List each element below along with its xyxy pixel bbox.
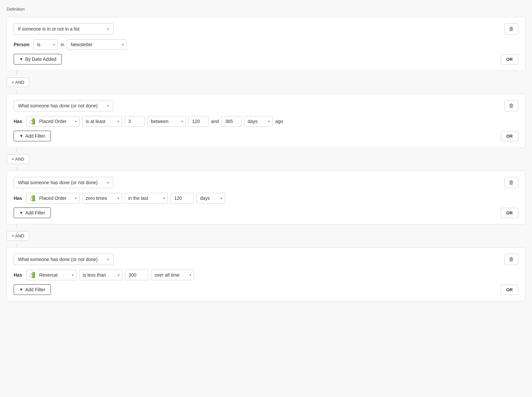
add-filter-button-4[interactable]: ▼ Add Filter [14, 284, 51, 295]
time-unit-select-wrap-2: days weeks months [244, 116, 273, 127]
list-select-wrap: Newsletter [67, 39, 127, 50]
block-4-condition-row: Has Revenue Placed Order is less th [14, 270, 518, 280]
block-4-type-label: What someone has done (or not done) [18, 257, 98, 262]
time-to-input-2[interactable] [221, 116, 241, 127]
and-connector-3: + AND [7, 231, 525, 241]
block-4-header: What someone has done (or not done) ▾ 🗑 [14, 254, 518, 265]
in-label: in [61, 42, 64, 47]
add-filter-button-3[interactable]: ▼ Add Filter [14, 207, 51, 218]
action-select-container-4: Revenue Placed Order [26, 270, 76, 280]
block-1-filter-row: ▼ By Date Added OR [14, 54, 518, 65]
has-label-2: Has [14, 119, 22, 124]
time-type-select-3[interactable]: in the last between over all time [125, 193, 168, 203]
block-2-filter-row: ▼ Add Filter OR [14, 131, 518, 141]
block-3-condition-row: Has Placed Order Revenue zero times [14, 193, 518, 203]
condition-block-2: What someone has done (or not done) ▾ 🗑 … [7, 94, 525, 148]
condition-select-3[interactable]: zero times at least once [82, 193, 122, 203]
filter-icon-3: ▼ [19, 210, 23, 215]
filter-icon-2: ▼ [19, 134, 23, 138]
block-3-type-dropdown[interactable]: What someone has done (or not done) ▾ [14, 177, 113, 188]
block-3-delete-button[interactable]: 🗑 [504, 177, 518, 188]
block-1-header: If someone is in or not in a list ▾ 🗑 [14, 23, 518, 35]
connector-line-2 [17, 148, 17, 152]
chevron-down-icon: ▾ [107, 27, 109, 31]
condition-select-4[interactable]: is less than is at least equals [79, 270, 122, 280]
and-button-2[interactable]: + AND [7, 154, 29, 164]
person-is-select-wrap: is is not [33, 39, 58, 50]
shopify-icon-3 [29, 195, 36, 201]
block-4-filter-row: ▼ Add Filter OR [14, 284, 518, 295]
block-2-type-dropdown[interactable]: What someone has done (or not done) ▾ [14, 100, 113, 111]
block-4-delete-button[interactable]: 🗑 [504, 254, 518, 265]
and-text-2: and [211, 119, 219, 124]
by-date-added-label: By Date Added [25, 57, 56, 62]
action-select-wrap-2: Placed Order Revenue [26, 116, 79, 127]
condition-select-wrap-4: is less than is at least equals [79, 270, 122, 280]
block-2-or-button[interactable]: OR [501, 131, 519, 141]
time-type-select-4[interactable]: over all time in the last between [151, 270, 194, 280]
time-unit-select-wrap-3: days weeks months [197, 193, 225, 203]
connector-line-1b [17, 90, 17, 94]
block-3-filter-row: ▼ Add Filter OR [14, 207, 518, 218]
has-label-4: Has [14, 272, 22, 278]
block-1-or-button[interactable]: OR [501, 54, 519, 65]
chevron-down-icon-3: ▾ [107, 181, 109, 185]
shopify-icon-4 [29, 272, 36, 278]
action-select-4[interactable]: Revenue Placed Order [38, 270, 75, 280]
connector-line-2b [17, 167, 17, 171]
action-select-2[interactable]: Placed Order Revenue [38, 116, 78, 126]
time-unit-select-2[interactable]: days weeks months [244, 116, 273, 127]
by-date-added-button[interactable]: ▼ By Date Added [14, 54, 62, 65]
time-type-select-wrap-2: between in the last over all time [147, 116, 186, 127]
block-4-type-dropdown[interactable]: What someone has done (or not done) ▾ [14, 254, 113, 265]
connector-line-3 [17, 224, 17, 228]
time-unit-select-3[interactable]: days weeks months [197, 193, 225, 203]
shopify-icon-2 [29, 118, 36, 125]
block-1-delete-button[interactable]: 🗑 [504, 23, 518, 35]
time-from-input-2[interactable] [189, 116, 208, 127]
has-label-3: Has [14, 196, 22, 201]
and-connector-2: + AND [7, 154, 525, 164]
block-2-header: What someone has done (or not done) ▾ 🗑 [14, 100, 518, 111]
block-1-condition-row: Person is is not in Newsletter [14, 39, 518, 50]
block-2-type-label: What someone has done (or not done) [18, 103, 98, 108]
action-select-container-2: Placed Order Revenue [26, 116, 79, 127]
connector-line-1 [17, 71, 17, 75]
time-value-input-3[interactable] [171, 193, 194, 203]
add-filter-label-4: Add Filter [25, 287, 45, 292]
definition-section: Definition If someone is in or not in a … [7, 7, 525, 301]
block-1-type-dropdown[interactable]: If someone is in or not in a list ▾ [14, 23, 113, 35]
block-2-delete-button[interactable]: 🗑 [504, 100, 518, 111]
condition-block-1: If someone is in or not in a list ▾ 🗑 Pe… [7, 17, 525, 71]
connector-line-3b [17, 243, 17, 247]
condition-select-2[interactable]: is at least is at most equals [82, 116, 122, 127]
time-type-select-wrap-3: in the last between over all time [125, 193, 168, 203]
ago-text-2: ago [275, 119, 283, 124]
add-filter-button-2[interactable]: ▼ Add Filter [14, 131, 51, 141]
and-connector-1: + AND [7, 77, 525, 87]
add-filter-label-3: Add Filter [25, 210, 45, 215]
block-2-condition-row: Has Placed Order Revenue is [14, 116, 518, 127]
condition-block-3: What someone has done (or not done) ▾ 🗑 … [7, 171, 525, 224]
action-select-wrap-3: Placed Order Revenue [26, 193, 79, 203]
block-4-or-button[interactable]: OR [501, 285, 519, 295]
block-3-header: What someone has done (or not done) ▾ 🗑 [14, 177, 518, 188]
block-3-or-button[interactable]: OR [501, 208, 519, 218]
add-filter-label-2: Add Filter [25, 133, 45, 139]
page-title: Definition [7, 7, 525, 12]
list-select[interactable]: Newsletter [67, 39, 127, 50]
filter-icon: ▼ [19, 57, 23, 62]
chevron-down-icon-4: ▾ [107, 257, 109, 262]
person-is-select[interactable]: is is not [33, 39, 58, 50]
condition-select-wrap-3: zero times at least once [82, 193, 122, 203]
time-type-select-wrap-4: over all time in the last between [151, 270, 194, 280]
filter-icon-4: ▼ [19, 287, 23, 292]
block-3-type-label: What someone has done (or not done) [18, 180, 98, 185]
and-button-3[interactable]: + AND [7, 231, 29, 241]
action-select-3[interactable]: Placed Order Revenue [38, 193, 78, 203]
and-button-1[interactable]: + AND [7, 77, 29, 87]
count-input-4[interactable] [125, 270, 148, 280]
condition-select-wrap-2: is at least is at most equals [82, 116, 122, 127]
count-input-2[interactable] [125, 116, 145, 127]
time-type-select-2[interactable]: between in the last over all time [147, 116, 186, 127]
